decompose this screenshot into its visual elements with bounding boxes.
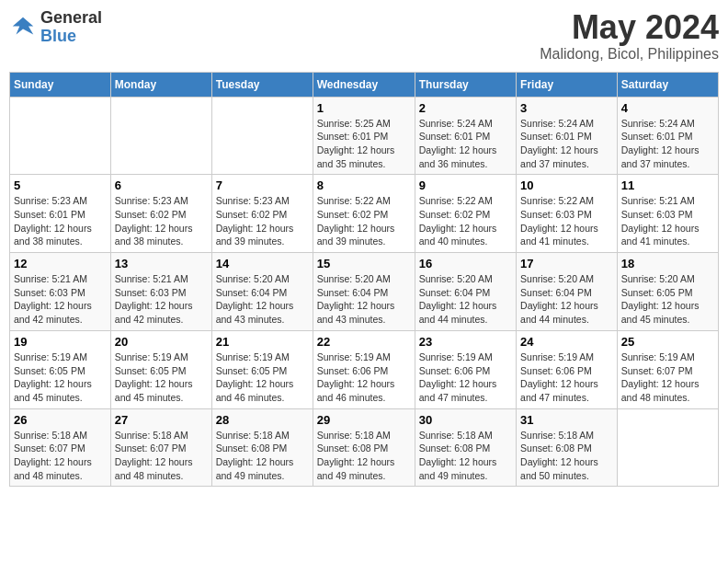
logo: General Blue [9,9,102,46]
day-detail: Sunrise: 5:18 AM Sunset: 6:08 PM Dayligh… [419,429,512,483]
day-number: 8 [317,178,411,192]
calendar-header: SundayMondayTuesdayWednesdayThursdayFrid… [10,72,719,97]
day-detail: Sunrise: 5:20 AM Sunset: 6:04 PM Dayligh… [317,272,411,327]
day-cell: 17Sunrise: 5:20 AM Sunset: 6:04 PM Dayli… [517,253,618,331]
day-number: 10 [520,178,613,192]
day-number: 31 [520,413,613,427]
day-cell: 16Sunrise: 5:20 AM Sunset: 6:04 PM Dayli… [415,253,516,331]
day-number: 29 [317,413,411,427]
day-detail: Sunrise: 5:19 AM Sunset: 6:06 PM Dayligh… [317,350,411,405]
day-cell: 13Sunrise: 5:21 AM Sunset: 6:03 PM Dayli… [110,253,211,331]
day-detail: Sunrise: 5:20 AM Sunset: 6:05 PM Dayligh… [621,272,714,327]
day-cell: 8Sunrise: 5:22 AM Sunset: 6:02 PM Daylig… [313,175,415,253]
day-number: 20 [115,335,208,349]
day-cell: 1Sunrise: 5:25 AM Sunset: 6:01 PM Daylig… [313,97,415,175]
day-cell: 10Sunrise: 5:22 AM Sunset: 6:03 PM Dayli… [517,175,618,253]
day-cell: 25Sunrise: 5:19 AM Sunset: 6:07 PM Dayli… [617,330,718,408]
day-detail: Sunrise: 5:23 AM Sunset: 6:02 PM Dayligh… [216,194,309,248]
day-detail: Sunrise: 5:22 AM Sunset: 6:03 PM Dayligh… [520,194,613,248]
day-number: 26 [14,413,107,427]
day-number: 19 [14,335,107,349]
day-detail: Sunrise: 5:25 AM Sunset: 6:01 PM Dayligh… [317,117,411,171]
logo-line1: General [40,9,102,28]
day-detail: Sunrise: 5:19 AM Sunset: 6:06 PM Dayligh… [520,350,613,405]
week-row-4: 19Sunrise: 5:19 AM Sunset: 6:05 PM Dayli… [10,330,719,408]
day-cell: 3Sunrise: 5:24 AM Sunset: 6:01 PM Daylig… [517,97,618,175]
day-detail: Sunrise: 5:23 AM Sunset: 6:01 PM Dayligh… [14,194,107,248]
logo-line2: Blue [40,28,102,46]
week-row-2: 5Sunrise: 5:23 AM Sunset: 6:01 PM Daylig… [10,175,719,253]
day-detail: Sunrise: 5:18 AM Sunset: 6:08 PM Dayligh… [520,429,613,483]
month-title: May 2024 [540,9,719,46]
column-header-wednesday: Wednesday [313,72,415,97]
day-number: 4 [621,101,714,115]
day-number: 6 [115,178,208,192]
day-number: 17 [520,257,613,270]
day-detail: Sunrise: 5:21 AM Sunset: 6:03 PM Dayligh… [14,272,107,327]
day-cell: 15Sunrise: 5:20 AM Sunset: 6:04 PM Dayli… [313,253,415,331]
day-number: 22 [317,335,411,349]
day-cell: 14Sunrise: 5:20 AM Sunset: 6:04 PM Dayli… [211,253,313,331]
day-number: 30 [419,413,512,427]
day-detail: Sunrise: 5:21 AM Sunset: 6:03 PM Dayligh… [115,272,208,327]
day-detail: Sunrise: 5:20 AM Sunset: 6:04 PM Dayligh… [520,272,613,327]
column-header-saturday: Saturday [617,72,718,97]
day-number: 11 [621,178,714,192]
day-cell: 30Sunrise: 5:18 AM Sunset: 6:08 PM Dayli… [415,408,516,487]
calendar-table: SundayMondayTuesdayWednesdayThursdayFrid… [9,72,719,488]
day-detail: Sunrise: 5:18 AM Sunset: 6:07 PM Dayligh… [14,429,107,483]
day-detail: Sunrise: 5:24 AM Sunset: 6:01 PM Dayligh… [520,117,613,171]
logo-icon [9,14,37,41]
column-header-thursday: Thursday [415,72,516,97]
day-number: 5 [14,178,107,192]
column-header-friday: Friday [517,72,618,97]
day-number: 28 [216,413,309,427]
day-detail: Sunrise: 5:20 AM Sunset: 6:04 PM Dayligh… [216,272,309,327]
day-number: 15 [317,257,411,270]
day-number: 16 [419,257,512,270]
day-detail: Sunrise: 5:22 AM Sunset: 6:02 PM Dayligh… [317,194,411,248]
day-detail: Sunrise: 5:22 AM Sunset: 6:02 PM Dayligh… [419,194,512,248]
day-cell: 23Sunrise: 5:19 AM Sunset: 6:06 PM Dayli… [415,330,516,408]
day-number: 18 [621,257,714,270]
column-header-monday: Monday [110,72,211,97]
day-number: 3 [520,101,613,115]
svg-marker-0 [13,17,34,35]
day-cell: 20Sunrise: 5:19 AM Sunset: 6:05 PM Dayli… [110,330,211,408]
day-number: 1 [317,101,411,115]
week-row-3: 12Sunrise: 5:21 AM Sunset: 6:03 PM Dayli… [10,253,719,331]
day-cell: 27Sunrise: 5:18 AM Sunset: 6:07 PM Dayli… [110,408,211,487]
week-row-5: 26Sunrise: 5:18 AM Sunset: 6:07 PM Dayli… [10,408,719,487]
column-header-sunday: Sunday [10,72,111,97]
day-cell [211,97,313,175]
day-cell [617,408,718,487]
day-detail: Sunrise: 5:20 AM Sunset: 6:04 PM Dayligh… [419,272,512,327]
day-number: 14 [216,257,309,270]
day-number: 23 [419,335,512,349]
day-cell: 18Sunrise: 5:20 AM Sunset: 6:05 PM Dayli… [617,253,718,331]
day-cell: 19Sunrise: 5:19 AM Sunset: 6:05 PM Dayli… [10,330,111,408]
calendar-body: 1Sunrise: 5:25 AM Sunset: 6:01 PM Daylig… [10,97,719,487]
day-number: 25 [621,335,714,349]
day-cell: 4Sunrise: 5:24 AM Sunset: 6:01 PM Daylig… [617,97,718,175]
day-number: 24 [520,335,613,349]
day-detail: Sunrise: 5:18 AM Sunset: 6:08 PM Dayligh… [317,429,411,483]
day-number: 27 [115,413,208,427]
day-detail: Sunrise: 5:24 AM Sunset: 6:01 PM Dayligh… [419,117,512,171]
day-detail: Sunrise: 5:19 AM Sunset: 6:07 PM Dayligh… [621,350,714,405]
title-block: May 2024 Malidong, Bicol, Philippines [540,9,719,63]
day-cell: 31Sunrise: 5:18 AM Sunset: 6:08 PM Dayli… [517,408,618,487]
column-header-tuesday: Tuesday [211,72,313,97]
day-cell: 7Sunrise: 5:23 AM Sunset: 6:02 PM Daylig… [211,175,313,253]
location-subtitle: Malidong, Bicol, Philippines [540,46,719,63]
day-cell: 29Sunrise: 5:18 AM Sunset: 6:08 PM Dayli… [313,408,415,487]
day-detail: Sunrise: 5:18 AM Sunset: 6:08 PM Dayligh… [216,429,309,483]
day-cell [10,97,111,175]
day-detail: Sunrise: 5:19 AM Sunset: 6:06 PM Dayligh… [419,350,512,405]
day-cell: 12Sunrise: 5:21 AM Sunset: 6:03 PM Dayli… [10,253,111,331]
day-cell: 28Sunrise: 5:18 AM Sunset: 6:08 PM Dayli… [211,408,313,487]
day-detail: Sunrise: 5:24 AM Sunset: 6:01 PM Dayligh… [621,117,714,171]
day-cell: 21Sunrise: 5:19 AM Sunset: 6:05 PM Dayli… [211,330,313,408]
day-number: 12 [14,257,107,270]
day-number: 2 [419,101,512,115]
